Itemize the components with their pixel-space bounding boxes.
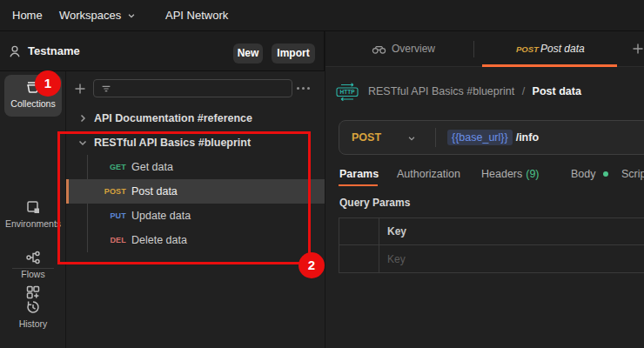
tree-row-collection[interactable]: RESTful API Basics #blueprint xyxy=(66,130,325,155)
nav-workspaces[interactable]: Workspaces xyxy=(59,0,136,31)
url-variable-chip[interactable]: {{base_url}} xyxy=(447,130,513,145)
tab-headers[interactable]: Headers(9) xyxy=(481,162,540,186)
collection-name: RESTful API Basics #blueprint xyxy=(94,130,251,155)
main-nav: Home Workspaces API Network xyxy=(0,0,644,31)
sidebar-item-label: Flows xyxy=(0,269,66,279)
chevron-down-icon xyxy=(127,11,136,20)
active-tab-method-badge: POST xyxy=(516,31,539,67)
collection-name: API Documentation #reference xyxy=(94,106,252,130)
request-panel: Overview POST Post data HTTP RESTful API… xyxy=(325,31,644,348)
query-params-title: Query Params xyxy=(339,197,410,209)
sidebar-item-label: History xyxy=(0,318,66,329)
request-url-bar: POST {{base_url}} /info xyxy=(339,120,644,155)
active-tab-underline xyxy=(482,64,617,67)
params-tab-underline xyxy=(339,184,378,186)
history-icon xyxy=(0,298,66,316)
sidebar-item-environments[interactable]: Environments xyxy=(0,198,66,229)
tree-row-request[interactable]: DEL Delete data xyxy=(66,228,325,252)
nav-api-network[interactable]: API Network xyxy=(165,0,228,31)
query-params-table: Key xyxy=(339,218,644,273)
tab-separator xyxy=(473,41,474,57)
nav-workspaces-label: Workspaces xyxy=(59,0,121,31)
breadcrumb-separator: / xyxy=(522,85,525,97)
nav-home[interactable]: Home xyxy=(12,0,43,31)
workspace-header: Testname New Import xyxy=(0,31,325,71)
table-input-row xyxy=(339,245,644,273)
add-collection-button[interactable] xyxy=(73,82,87,96)
new-tab-button[interactable] xyxy=(631,42,644,56)
chevron-down-icon[interactable] xyxy=(77,137,88,148)
url-path: /info xyxy=(516,131,539,144)
nav-divider xyxy=(12,268,54,269)
tree-row-request[interactable]: PUT Update data xyxy=(66,204,325,228)
url-input[interactable]: {{base_url}} /info xyxy=(447,121,539,154)
key-input[interactable] xyxy=(387,246,631,271)
sidebar-item-collections[interactable]: Collections xyxy=(0,78,66,109)
tab-body-label: Body xyxy=(571,168,596,180)
method-selector[interactable]: POST xyxy=(352,121,381,154)
request-name: Update data xyxy=(131,204,191,228)
url-bar-divider xyxy=(435,128,436,147)
method-badge: DEL xyxy=(97,228,126,252)
key-column-header: Key xyxy=(387,218,406,245)
svg-text:HTTP: HTTP xyxy=(340,89,356,95)
flows-icon xyxy=(0,249,66,266)
postman-window: Home Workspaces API Network Testname New… xyxy=(0,0,644,348)
method-badge: POST xyxy=(97,179,126,204)
left-nav: Collections Environments Flows xyxy=(0,71,66,348)
tree-row-collection[interactable]: API Documentation #reference xyxy=(66,106,325,130)
sidebar-item-history[interactable]: History xyxy=(0,298,66,329)
breadcrumb-current: Post data xyxy=(533,85,581,97)
sidebar-item-label: Collections xyxy=(0,98,66,109)
table-header-row: Key xyxy=(339,218,644,245)
more-actions-button[interactable] xyxy=(297,87,310,90)
tab-scripts[interactable]: Scripts xyxy=(621,162,644,186)
tab-headers-label: Headers xyxy=(481,168,522,180)
http-badge-icon: HTTP xyxy=(335,83,359,101)
binoculars-icon xyxy=(372,43,386,55)
collections-sidebar: API Documentation #reference RESTful API… xyxy=(66,71,325,348)
tab-authorization[interactable]: Authorization xyxy=(397,162,460,186)
method-badge: GET xyxy=(97,155,126,179)
headers-count-badge: (9) xyxy=(526,168,539,180)
request-name: Get data xyxy=(131,155,173,179)
tab-body[interactable]: Body xyxy=(571,162,608,186)
configure-panes-button[interactable] xyxy=(0,284,66,301)
tab-overview[interactable]: Overview xyxy=(392,31,435,67)
tab-bar: Overview POST Post data xyxy=(325,31,644,67)
chevron-down-icon[interactable] xyxy=(407,134,416,143)
import-button[interactable]: Import xyxy=(272,44,315,64)
tree-row-request-selected[interactable]: POST Post data xyxy=(66,179,325,204)
sidebar-item-label: Environments xyxy=(0,218,66,229)
selected-row-indicator xyxy=(66,179,69,204)
breadcrumb-collection[interactable]: RESTful API Basics #blueprint xyxy=(368,85,514,97)
grid-add-icon xyxy=(0,284,66,301)
filter-icon xyxy=(100,83,112,95)
request-name: Post data xyxy=(131,179,178,204)
person-icon xyxy=(7,44,23,59)
tab-params[interactable]: Params xyxy=(339,162,379,186)
new-button[interactable]: New xyxy=(233,44,263,64)
breadcrumb: RESTful API Basics #blueprint / Post dat… xyxy=(368,84,581,98)
sidebar-item-flows[interactable]: Flows xyxy=(0,249,66,279)
body-modified-dot xyxy=(603,171,608,177)
workspace-title[interactable]: Testname xyxy=(28,31,80,71)
search-input[interactable] xyxy=(93,79,292,97)
collections-icon xyxy=(0,78,66,96)
chevron-right-icon[interactable] xyxy=(77,113,88,124)
environments-icon xyxy=(0,198,66,216)
method-badge: PUT xyxy=(97,204,126,228)
tab-post-data[interactable]: Post data xyxy=(540,31,585,67)
request-name: Delete data xyxy=(131,228,187,252)
tree-row-request[interactable]: GET Get data xyxy=(66,155,325,179)
